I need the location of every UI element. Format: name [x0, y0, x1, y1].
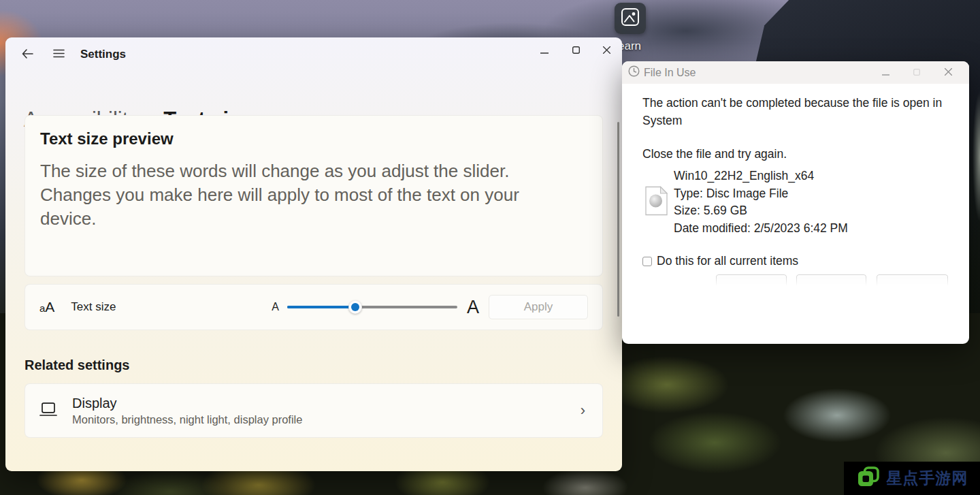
settings-window: Settings Accessibility › Text size Text …	[5, 37, 622, 471]
dialog-button-partial-3[interactable]	[877, 274, 948, 286]
close-icon	[603, 46, 610, 56]
text-size-slider-row: aA Text size A A Apply	[24, 284, 603, 330]
dialog-button-partial-1[interactable]	[716, 274, 787, 286]
text-size-icon: aA	[39, 299, 54, 315]
chevron-right-icon: ›	[581, 402, 585, 419]
site-watermark: 星点手游网	[844, 462, 980, 495]
file-info: Win10_22H2_English_x64 Type: Disc Image …	[674, 167, 848, 238]
related-settings-heading: Related settings	[24, 357, 129, 373]
minimize-button[interactable]	[531, 40, 558, 61]
display-row-title: Display	[72, 396, 581, 411]
watermark-logo-icon	[856, 465, 881, 492]
back-button[interactable]	[16, 44, 38, 65]
maximize-button[interactable]	[562, 40, 589, 61]
dialog-close-icon	[945, 67, 952, 78]
back-arrow-icon	[22, 49, 33, 61]
settings-scrollbar[interactable]	[617, 122, 619, 317]
preview-card-title: Text size preview	[40, 129, 587, 148]
do-for-all-label: Do this for all current items	[657, 254, 798, 268]
slider-fill	[287, 306, 355, 308]
dialog-instruction: Close the file and try again.	[642, 147, 787, 161]
dialog-minimize-icon	[882, 67, 889, 78]
dialog-minimize-button[interactable]	[870, 61, 901, 84]
apply-button[interactable]: Apply	[489, 295, 588, 319]
hamburger-icon	[53, 49, 65, 60]
slider-thumb[interactable]	[348, 300, 362, 314]
preview-card-body: The size of these words will change as y…	[40, 159, 568, 231]
dialog-titlebar[interactable]: File In Use	[622, 61, 969, 84]
dialog-maximize-button[interactable]	[901, 61, 932, 84]
text-size-slider[interactable]	[287, 300, 457, 314]
maximize-icon	[572, 46, 580, 56]
text-size-preview-card: Text size preview The size of these word…	[24, 115, 603, 276]
close-button[interactable]	[593, 40, 620, 61]
slider-max-label: A	[467, 297, 479, 318]
slider-min-label: A	[272, 301, 279, 313]
file-in-use-dialog: File In Use The action can't be complete…	[622, 61, 969, 344]
do-for-all-row[interactable]: Do this for all current items	[642, 254, 798, 268]
file-in-use-clock-icon	[628, 65, 640, 80]
file-name: Win10_22H2_English_x64	[674, 167, 848, 185]
file-size: Size: 5.69 GB	[674, 202, 848, 220]
dialog-maximize-icon	[913, 67, 920, 78]
dialog-close-button[interactable]	[932, 61, 964, 84]
display-monitor-icon	[39, 402, 57, 419]
shortcut-tile[interactable]	[615, 3, 646, 34]
file-modified: Date modified: 2/5/2023 6:42 PM	[674, 220, 848, 238]
file-type: Type: Disc Image File	[674, 185, 848, 203]
watermark-text: 星点手游网	[887, 468, 968, 489]
dialog-title: File In Use	[644, 67, 696, 79]
do-for-all-checkbox[interactable]	[642, 257, 652, 266]
minimize-icon	[540, 46, 549, 56]
navigation-menu-button[interactable]	[48, 44, 69, 65]
display-settings-row[interactable]: Display Monitors, brightness, night ligh…	[24, 383, 603, 438]
settings-titlebar[interactable]: Settings	[5, 37, 622, 66]
disc-image-file-icon	[644, 186, 668, 219]
window-title: Settings	[80, 48, 126, 61]
image-placeholder-icon	[621, 7, 640, 29]
text-size-label: Text size	[71, 300, 116, 314]
desktop-shortcut[interactable]: earn	[615, 3, 655, 34]
dialog-message: The action can't be completed because th…	[642, 94, 943, 129]
dialog-button-partial-2[interactable]	[796, 274, 866, 286]
display-row-subtitle: Monitors, brightness, night light, displ…	[72, 413, 581, 426]
